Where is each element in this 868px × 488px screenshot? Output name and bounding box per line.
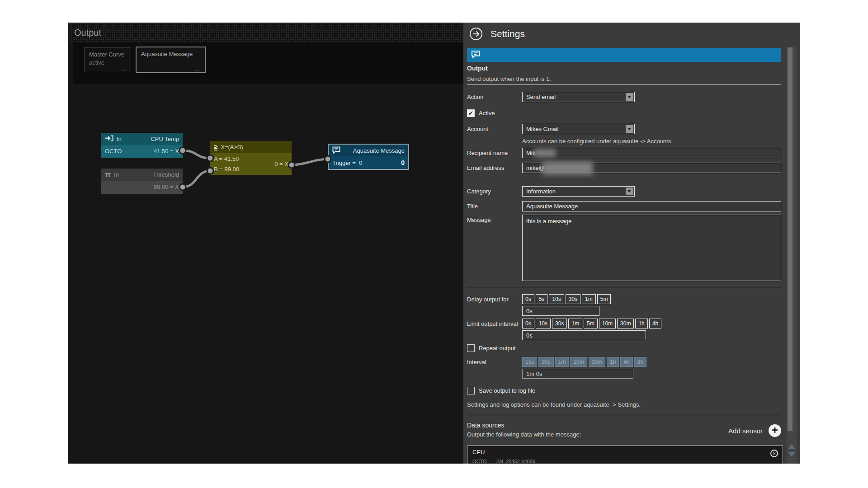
category-label: Category [467,188,491,195]
interval-option-button: 10m [570,357,587,367]
limit-option-button[interactable]: 10s [536,319,551,328]
limit-input[interactable] [522,330,646,340]
sensor-serial: SN: 28452-64686 [496,459,535,464]
limit-option-button[interactable]: 0s [522,319,534,328]
interval-label: Interval [467,359,486,366]
save-log-checkbox[interactable] [467,387,475,394]
back-arrow-icon[interactable] [469,27,483,42]
message-textarea[interactable]: this is a message [522,215,781,281]
interval-option-button: 1h [607,357,619,367]
tab-master-curve[interactable]: Master Curve active ... [84,47,131,72]
account-note: Accounts can be configured under aquasui… [522,138,673,145]
constant-pi-icon: π [105,170,111,179]
active-row: Active [467,109,781,117]
interval-option-button: 8h [634,357,646,367]
delay-option-button[interactable]: 5m [597,294,611,304]
chevron-down-icon[interactable] [626,188,633,195]
plus-icon[interactable]: + [769,424,781,437]
recipient-label: Recipient name [467,150,508,156]
delay-option-button[interactable]: 1m [582,294,596,304]
action-label: Action [467,94,483,100]
divider [467,288,781,288]
delay-option-button[interactable]: 30s [566,294,580,304]
aquasuite-window: Output Master Curve active ... Aquasuite… [68,23,800,464]
limit-option-button[interactable]: 10m [599,319,616,328]
delay-option-button[interactable]: 0s [522,294,534,304]
node-result-value: 0 [401,159,405,166]
more-icon[interactable]: ... [121,65,127,72]
interval-option-button: 30s [538,357,553,367]
limit-option-button[interactable]: 1h [635,319,647,328]
remove-sensor-icon[interactable]: × [770,450,778,457]
node-title: CPU Temp [151,136,179,142]
repeat-checkbox[interactable] [467,344,475,352]
title-input[interactable] [522,201,781,211]
active-checkbox[interactable] [467,109,475,117]
wire-threshold-to-b [183,171,210,187]
node-title: X=(A≥B) [221,144,243,150]
speech-bubble-icon [471,50,480,60]
data-sources-header: Data sources Output the following data w… [467,422,781,438]
node-cpu-temp[interactable]: In CPU Temp OCTO 41.50 = X [101,133,183,158]
category-select[interactable]: Information [522,186,635,197]
tab-aquasuite-message[interactable]: Aquasuite Message ... [136,47,206,73]
limit-option-button[interactable]: 5m [584,319,598,328]
redacted-blur [542,162,593,175]
add-sensor-label: Add sensor [728,427,763,435]
sensor-card-cpu[interactable]: CPU OCTO SN: 28452-64686 × [467,446,783,464]
panel-scrollbar[interactable] [787,47,797,464]
node-source: OCTO [105,148,122,155]
speech-bubble-icon [332,146,340,155]
node-threshold[interactable]: π In Threshold 99.00 = X [101,169,183,194]
delay-option-button[interactable]: 5s [536,294,548,304]
sensor-device: OCTO [472,459,487,464]
chevron-down-icon[interactable] [626,93,633,101]
node-title: Aquasuite Message [353,147,405,154]
sensor-name: CPU [472,449,778,455]
node-logic-gte[interactable]: ≥ X=(A≥B) A = 41.50 B = 99.00 0 = X [210,141,292,175]
scroll-up-icon[interactable] [788,444,795,449]
action-select[interactable]: Send email [522,92,635,102]
interval-row: Interval 15s 30s 1m 10m 30m 1h 4h 8h [467,357,781,379]
divider [467,84,781,85]
repeat-row: Repeat output [467,344,781,352]
node-aquasuite-message[interactable]: Aquasuite Message Trigger = 0 0 [328,144,409,170]
category-row: Category Information [467,186,781,197]
delay-label: Delay output for [467,296,509,303]
limit-option-button[interactable]: 1m [568,319,582,328]
message-label: Message [467,216,491,223]
interval-option-button: 30m [589,357,605,367]
section-title: Output [467,65,488,72]
more-icon[interactable]: ... [195,66,201,72]
sensor-meta: OCTO SN: 28452-64686 [472,459,778,464]
message-type-banner [467,48,781,62]
save-log-label: Save output to log file [479,387,535,394]
input-a-value: A = 41.50 [214,155,239,162]
node-kind: In [114,171,119,178]
chevron-down-icon[interactable] [626,125,633,133]
account-selected-value: Mikes Gmail [526,126,559,132]
scroll-down-icon[interactable] [788,452,795,457]
recipient-row: Recipient name [467,148,781,158]
account-row: Account Mikes Gmail [467,124,781,134]
limit-option-button[interactable]: 30m [617,319,634,328]
canvas-title: Output [68,23,463,42]
delay-input[interactable] [522,306,599,316]
limit-option-button[interactable]: 30s [552,319,567,328]
interval-input [522,369,633,379]
add-sensor[interactable]: Add sensor + [728,424,781,437]
node-kind: In [117,136,122,142]
redacted-blur [534,149,556,157]
title-row: Title [467,201,781,211]
input-arrow-icon [105,135,113,143]
save-log-row: Save output to log file [467,387,781,395]
category-selected-value: Information [526,188,556,195]
account-select[interactable]: Mikes Gmail [522,124,635,134]
limit-label: Limit output interval [467,320,518,327]
account-label: Account [467,126,488,132]
recipient-input[interactable] [522,148,781,158]
delay-option-button[interactable]: 10s [549,294,564,304]
scrollbar-thumb[interactable] [788,47,793,431]
flow-canvas[interactable]: Output Master Curve active ... Aquasuite… [68,23,463,464]
limit-option-button[interactable]: 4h [649,319,661,328]
